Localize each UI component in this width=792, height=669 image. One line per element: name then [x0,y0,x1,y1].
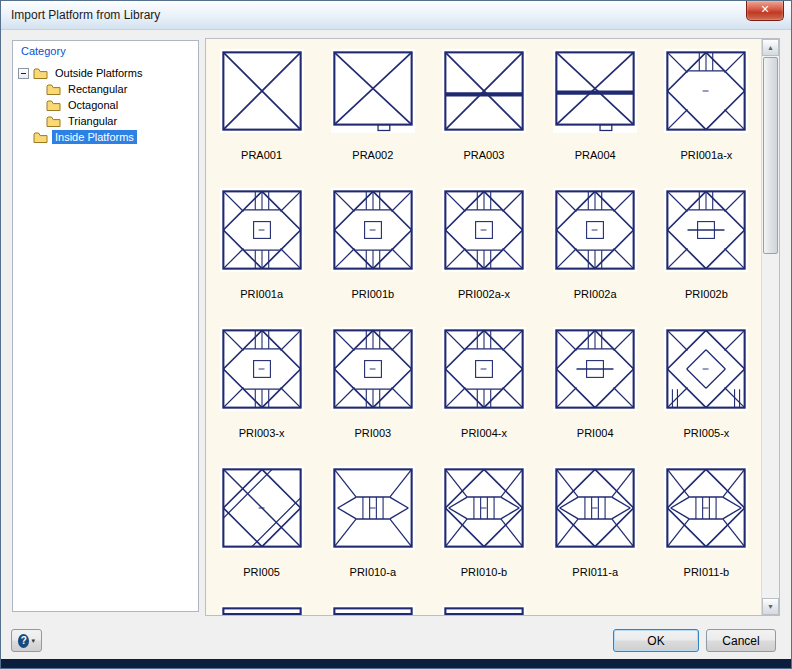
title-bar[interactable]: Import Platform from Library ✕ [1,1,791,30]
platform-label: PRI003-x [239,427,285,439]
platform-thumbnail[interactable] [220,49,304,133]
scroll-down-icon: ▼ [767,603,774,610]
platform-item-PRI002b[interactable]: PRI002b [651,188,762,327]
platform-thumbnail[interactable] [553,49,637,133]
platform-item-PRI004[interactable]: PRI004 [540,327,651,466]
platform-thumbnail[interactable] [220,188,304,272]
scroll-up-button[interactable]: ▲ [762,39,779,56]
platform-label: PRI002a [574,288,617,300]
platform-label: PRI003 [354,427,391,439]
import-platform-dialog: Import Platform from Library ✕ Category … [0,0,792,669]
platform-label: PRI011-b [684,566,730,578]
platform-thumbnail[interactable] [442,49,526,133]
platform-item-PRI003[interactable]: PRI003 [317,327,428,466]
platform-thumbnail[interactable] [220,327,304,411]
collapse-icon[interactable] [18,68,29,79]
cancel-button[interactable]: Cancel [706,629,776,652]
button-bar: ? ▾ OK Cancel [1,616,791,652]
platform-item-PRI001a[interactable]: PRI001a [206,188,317,327]
scroll-down-button[interactable]: ▼ [762,598,779,615]
close-icon: ✕ [760,3,769,15]
platform-label: PRI002a-x [458,288,510,300]
platform-item-partial[interactable] [428,605,539,615]
tree-item-triangular[interactable]: Triangular [13,113,198,129]
platform-item-partial[interactable] [317,605,428,615]
platform-thumbnail[interactable] [331,49,415,133]
platform-item-PRI001b[interactable]: PRI001b [317,188,428,327]
platform-thumbnail[interactable] [220,605,304,615]
platform-grid: PRA001PRA002PRA003PRA004PRI001a-xPRI001a… [206,39,762,615]
platform-thumbnail[interactable] [331,466,415,550]
platform-thumbnail[interactable] [442,466,526,550]
folder-icon [33,131,48,144]
tree-item-label: Triangular [65,114,120,128]
platform-label: PRI001a-x [680,149,732,161]
tree-item-label: Octagonal [65,98,121,112]
platform-item-PRI005-x[interactable]: PRI005-x [651,327,762,466]
platform-item-PRI005[interactable]: PRI005 [206,466,317,605]
platform-item-PRI001a-x[interactable]: PRI001a-x [651,49,762,188]
platform-item-PRI002a[interactable]: PRI002a [540,188,651,327]
platform-label: PRI005 [243,566,280,578]
help-button[interactable]: ? ▾ [11,629,42,652]
platform-thumbnail[interactable] [664,49,748,133]
platform-thumbnail[interactable] [664,327,748,411]
scrollbar-thumb[interactable] [763,57,778,254]
window-title: Import Platform from Library [1,1,160,22]
scroll-up-icon: ▲ [767,44,774,51]
platform-item-PRI003-x[interactable]: PRI003-x [206,327,317,466]
dialog-body: Category Outside PlatformsRectangularOct… [1,30,791,616]
platform-item-PRA002[interactable]: PRA002 [317,49,428,188]
platform-label: PRI002b [685,288,728,300]
platform-item-PRA001[interactable]: PRA001 [206,49,317,188]
tree-indent [18,89,31,90]
close-button[interactable]: ✕ [746,1,784,21]
category-tree: Outside PlatformsRectangularOctagonalTri… [13,65,198,145]
ok-button[interactable]: OK [613,629,699,652]
platform-label: PRA003 [464,149,505,161]
category-group: Category Outside PlatformsRectangularOct… [12,40,199,612]
vertical-scrollbar[interactable]: ▲ ▼ [761,39,779,615]
platform-item-PRI010-b[interactable]: PRI010-b [428,466,539,605]
tree-item-outside-platforms[interactable]: Outside Platforms [13,65,198,81]
platform-label: PRI004-x [461,427,507,439]
platform-thumbnail[interactable] [220,466,304,550]
platform-thumbnail[interactable] [331,605,415,615]
platform-item-PRI011-b[interactable]: PRI011-b [651,466,762,605]
platform-thumbnail[interactable] [553,188,637,272]
tree-item-inside-platforms[interactable]: Inside Platforms [13,129,198,145]
chevron-down-icon: ▾ [31,637,35,645]
tree-indent [18,105,31,106]
help-icon: ? [18,634,29,648]
category-group-label: Category [21,45,66,57]
platform-thumbnail[interactable] [664,466,748,550]
platform-thumbnail[interactable] [553,327,637,411]
folder-icon [46,99,61,112]
platform-label: PRA004 [575,149,616,161]
folder-icon [46,115,61,128]
platform-item-partial[interactable] [206,605,317,615]
platform-item-PRI002a-x[interactable]: PRI002a-x [428,188,539,327]
tree-item-rectangular[interactable]: Rectangular [13,81,198,97]
platform-thumbnail[interactable] [442,188,526,272]
platform-item-PRA003[interactable]: PRA003 [428,49,539,188]
platform-label: PRI005-x [683,427,729,439]
platform-grid-panel: PRA001PRA002PRA003PRA004PRI001a-xPRI001a… [205,38,780,616]
tree-item-label: Outside Platforms [52,66,145,80]
platform-thumbnail[interactable] [664,188,748,272]
folder-icon [33,67,48,80]
platform-thumbnail[interactable] [442,605,526,615]
platform-thumbnail[interactable] [553,466,637,550]
tree-indent [18,121,31,122]
platform-label: PRA002 [352,149,393,161]
platform-label: PRI001b [351,288,394,300]
platform-item-PRI004-x[interactable]: PRI004-x [428,327,539,466]
platform-item-PRI010-a[interactable]: PRI010-a [317,466,428,605]
tree-item-octagonal[interactable]: Octagonal [13,97,198,113]
platform-item-PRA004[interactable]: PRA004 [540,49,651,188]
platform-thumbnail[interactable] [331,188,415,272]
platform-thumbnail[interactable] [331,327,415,411]
platform-item-PRI011-a[interactable]: PRI011-a [540,466,651,605]
platform-label: PRI001a [240,288,283,300]
platform-thumbnail[interactable] [442,327,526,411]
